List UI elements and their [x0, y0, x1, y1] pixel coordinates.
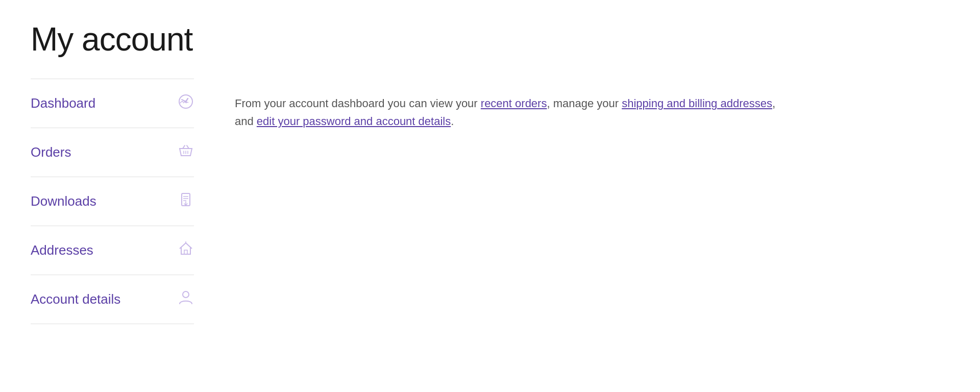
sidebar-item-addresses-label: Addresses — [31, 242, 93, 258]
basket-icon — [178, 142, 194, 162]
home-icon — [178, 240, 194, 260]
svg-point-11 — [183, 291, 189, 298]
sidebar-item-dashboard[interactable]: Dashboard — [31, 79, 194, 128]
download-icon — [178, 191, 194, 211]
edit-password-link[interactable]: edit your password and account details — [257, 115, 451, 128]
description-text-1: From your account dashboard you can view… — [235, 97, 481, 110]
description-text-2: , manage your — [547, 97, 622, 110]
sidebar-item-dashboard-label: Dashboard — [31, 95, 95, 111]
shipping-billing-link[interactable]: shipping and billing addresses — [622, 97, 772, 110]
sidebar-item-downloads-label: Downloads — [31, 193, 96, 209]
user-icon — [178, 289, 194, 309]
sidebar-item-orders[interactable]: Orders — [31, 128, 194, 177]
svg-rect-9 — [184, 250, 187, 254]
content-layout: Dashboard Orders — [31, 79, 949, 324]
sidebar-item-downloads[interactable]: Downloads — [31, 177, 194, 226]
sidebar: Dashboard Orders — [31, 79, 194, 324]
page-title: My account — [31, 20, 949, 58]
sidebar-item-orders-label: Orders — [31, 144, 71, 160]
main-content: From your account dashboard you can view… — [235, 79, 949, 130]
recent-orders-link[interactable]: recent orders — [481, 97, 547, 110]
description-text-4: . — [451, 115, 454, 128]
page-container: My account Dashboard — [0, 0, 980, 345]
sidebar-item-addresses[interactable]: Addresses — [31, 226, 194, 275]
sidebar-item-account-details[interactable]: Account details — [31, 275, 194, 324]
dashboard-description: From your account dashboard you can view… — [235, 94, 796, 130]
sidebar-item-account-details-label: Account details — [31, 291, 120, 307]
dashboard-icon — [178, 93, 194, 113]
